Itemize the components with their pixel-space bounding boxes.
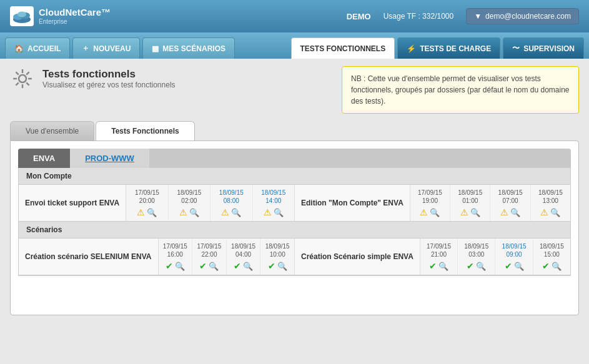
content-area: Tests fonctionnels Visualisez et gérez v… [0,59,589,323]
search-small-icon[interactable]: 🔍 [231,208,241,217]
main-panel: ENVA PROD-WWW Mon Compte Envoi ticket su… [10,140,579,315]
result-date: 18/09/1507:00 [498,189,523,205]
result-date: 17/09/1519:00 [418,189,442,205]
result-date-blue: 18/09/1514:00 [261,189,285,205]
page-title-area: Tests fonctionnels Visualisez et gérez v… [10,66,176,91]
sub-tab-tests-fonctionnels[interactable]: Tests Fonctionnels [96,121,194,140]
warning-icon: ⚠ [460,207,468,217]
test-results-creation-selenium: 17/09/1516:00 ✔ 🔍 17/09/1522:00 ✔ 🔍 [159,239,295,275]
result-icons: ⚠ 🔍 [420,207,440,217]
ok-icon: ✔ [166,261,173,271]
page-header: Tests fonctionnels Visualisez et gérez v… [10,66,579,114]
section-header-mon-compte: Mon Compte [19,168,570,185]
result-col-2: 17/09/1522:00 ✔ 🔍 [192,239,227,275]
notice-box: NB : Cette vue d'ensemble permet de visu… [342,66,579,114]
ok-icon: ✔ [429,261,437,271]
bolt-icon: ⚡ [407,44,416,53]
header: CloudNetCare™ Enterprise DEMO Usage TF :… [0,0,589,32]
result-col-2: 18/09/1502:00 ⚠ 🔍 [169,185,210,221]
logo-icon [10,6,34,26]
test-results-creation-simple: 17/09/1521:00 ✔ 🔍 18/09/1503:00 ✔ 🔍 [420,239,570,275]
sub-tab-vue-ensemble[interactable]: Vue d'ensemble [10,121,94,140]
result-icons: ⚠ 🔍 [540,207,560,217]
notice-text: NB : Cette vue d'ensemble permet de visu… [351,74,570,106]
nav-label-supervision: SUPERVISION [523,44,575,53]
result-icons: ⚠ 🔍 [179,207,199,217]
logo-area: CloudNetCare™ Enterprise [10,6,111,26]
search-small-icon[interactable]: 🔍 [514,262,524,271]
svg-point-4 [19,75,26,82]
chart-icon: 〜 [512,43,520,54]
test-name-envoi-ticket: Envoi ticket support ENVA [19,185,126,221]
nav-label-accueil: ACCUEIL [27,44,61,53]
result-icons: ✔ 🔍 [199,261,219,271]
nav-bar: 🏠 ACCUEIL ＋ NOUVEAU ▦ MES SCÉNARIOS TEST… [0,32,589,59]
search-small-icon[interactable]: 🔍 [274,208,284,217]
svg-line-11 [26,72,29,74]
result-date: 17/09/1520:00 [135,189,159,205]
env-tab-prod-www[interactable]: PROD-WWW [70,149,149,168]
result-date: 18/09/1503:00 [464,242,488,258]
test-rows-mon-compte: Envoi ticket support ENVA 17/09/1520:00 … [19,185,570,222]
search-small-icon[interactable]: 🔍 [470,208,480,217]
result-icons: ✔ 🔍 [166,261,185,271]
warning-icon: ⚠ [264,207,272,217]
search-small-icon[interactable]: 🔍 [175,262,185,271]
user-arrow-icon: ▼ [474,12,482,21]
test-rows-scenarios: Création scénario SELENIUM ENVA 17/09/15… [19,239,570,275]
environment-tabs: ENVA PROD-WWW [18,149,571,168]
plus-icon: ＋ [82,43,89,54]
nav-tab-tests-fonctionnels[interactable]: TESTS FONCTIONNELS [291,37,395,59]
header-right: DEMO Usage TF : 332/1000 ▼ demo@cloudnet… [347,8,579,24]
user-menu-button[interactable]: ▼ demo@cloudnetcare.com [466,8,579,24]
result-icons: ✔ 🔍 [429,261,448,271]
result-col-4: 18/09/1515:00 ✔ 🔍 [533,239,570,275]
warning-icon: ⚠ [179,207,187,217]
test-row-edition-mon-compte: Edition "Mon Compte" ENVA 17/09/1519:00 … [295,185,570,221]
result-col-2: 18/09/1501:00 ⚠ 🔍 [450,185,490,221]
nav-label-nouveau: NOUVEAU [93,44,131,53]
search-small-icon[interactable]: 🔍 [476,262,486,271]
search-small-icon[interactable]: 🔍 [277,262,287,271]
ok-icon: ✔ [467,261,474,271]
section-header-scenarios: Scénarios [19,222,570,239]
result-date: 18/09/1502:00 [177,189,201,205]
data-section: Mon Compte Envoi ticket support ENVA 17/… [18,168,571,276]
warning-icon: ⚠ [500,207,508,217]
nav-tab-nouveau[interactable]: ＋ NOUVEAU [72,37,140,59]
search-small-icon[interactable]: 🔍 [438,262,448,271]
search-small-icon[interactable]: 🔍 [552,262,562,271]
user-email: demo@cloudnetcare.com [485,12,571,21]
search-small-icon[interactable]: 🔍 [430,208,440,217]
page-title: Tests fonctionnels Visualisez et gérez v… [42,68,176,89]
logo-text: CloudNetCare™ Enterprise [39,7,111,26]
search-small-icon[interactable]: 🔍 [209,262,219,271]
result-col-3: 18/09/1509:00 ✔ 🔍 [495,239,533,275]
ok-icon: ✔ [505,261,512,271]
brand-sub: Enterprise [39,18,111,26]
search-small-icon[interactable]: 🔍 [243,262,253,271]
search-small-icon[interactable]: 🔍 [147,208,157,217]
brand-name: CloudNetCare™ [39,7,111,18]
nav-tab-mes-scenarios[interactable]: ▦ MES SCÉNARIOS [142,37,235,59]
search-small-icon[interactable]: 🔍 [510,208,520,217]
result-icons: ✔ 🔍 [467,261,486,271]
nav-tab-supervision[interactable]: 〜 SUPERVISION [503,37,584,59]
svg-line-12 [16,82,18,85]
result-date: 18/09/1510:00 [265,242,290,258]
test-row-creation-selenium: Création scénario SELENIUM ENVA 17/09/15… [19,239,295,275]
result-date: 17/09/1516:00 [163,242,187,258]
sub-tabs: Vue d'ensemble Tests Fonctionnels [10,121,579,140]
result-icons: ⚠ 🔍 [221,207,241,217]
warning-icon: ⚠ [540,207,548,217]
search-small-icon[interactable]: 🔍 [189,208,199,217]
nav-tab-tests-charge[interactable]: ⚡ TESTS DE CHARGE [397,37,500,59]
search-small-icon[interactable]: 🔍 [550,208,560,217]
result-icons: ⚠ 🔍 [137,207,157,217]
test-name-edition-mon-compte: Edition "Mon Compte" ENVA [295,185,410,221]
result-date: 17/09/1521:00 [427,242,451,258]
nav-tab-accueil[interactable]: 🏠 ACCUEIL [5,37,70,59]
env-tab-enva[interactable]: ENVA [18,149,70,168]
result-icons: ✔ 🔍 [505,261,524,271]
result-col-4: 18/09/1513:00 ⚠ 🔍 [531,185,570,221]
